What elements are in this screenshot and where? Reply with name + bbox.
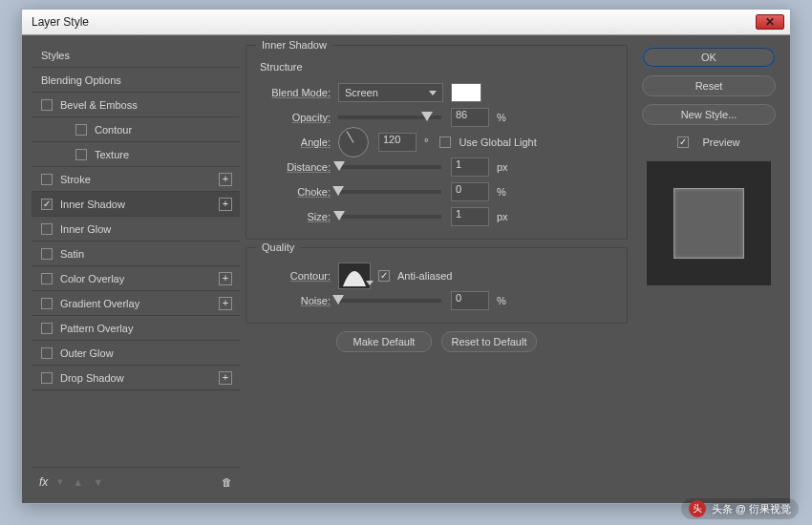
effect-checkbox[interactable]: [41, 199, 53, 210]
dialog-body: Styles Blending OptionsBevel & EmbossCon…: [22, 35, 790, 503]
effect-label: Pattern Overlay: [60, 323, 133, 334]
sidebar-item-bevel-emboss[interactable]: Bevel & Emboss: [32, 93, 240, 117]
reset-button[interactable]: Reset: [642, 75, 776, 96]
effect-label: Bevel & Emboss: [60, 99, 138, 111]
default-buttons-row: Make Default Reset to Default: [246, 331, 628, 352]
sidebar-item-texture[interactable]: Texture: [32, 142, 240, 167]
sidebar-item-inner-shadow[interactable]: Inner Shadow+: [32, 192, 240, 217]
slider-thumb-icon: [333, 211, 345, 220]
effect-checkbox[interactable]: [41, 273, 53, 284]
angle-hand-icon: [347, 131, 354, 143]
fx-menu-button[interactable]: fx: [39, 475, 48, 489]
effect-label: Satin: [60, 248, 84, 260]
sidebar-footer: fx ▾ ▲ ▼ 🗑: [32, 467, 240, 495]
opacity-unit: %: [497, 112, 506, 123]
opacity-slider[interactable]: [338, 116, 441, 119]
effects-list: Styles Blending OptionsBevel & EmbossCon…: [32, 43, 240, 390]
size-input[interactable]: 1: [451, 207, 489, 226]
add-instance-button[interactable]: +: [219, 173, 232, 186]
sidebar-item-inner-glow[interactable]: Inner Glow: [32, 217, 240, 242]
noise-slider[interactable]: [338, 299, 441, 303]
distance-slider[interactable]: [338, 165, 441, 169]
effect-checkbox[interactable]: [75, 149, 87, 160]
opacity-label: Opacity:: [260, 112, 338, 123]
effect-checkbox[interactable]: [75, 124, 87, 136]
preview-toggle-row: Preview: [677, 136, 739, 148]
sidebar-item-drop-shadow[interactable]: Drop Shadow+: [32, 366, 240, 390]
use-global-light-label: Use Global Light: [459, 136, 536, 148]
effect-label: Outer Glow: [60, 347, 114, 359]
noise-input[interactable]: 0: [451, 291, 489, 310]
size-unit: px: [497, 211, 508, 222]
sidebar-item-stroke[interactable]: Stroke+: [32, 167, 240, 192]
preview-checkbox[interactable]: [677, 136, 689, 148]
add-instance-button[interactable]: +: [219, 371, 232, 385]
effect-checkbox[interactable]: [41, 298, 53, 309]
ok-button[interactable]: OK: [642, 47, 776, 68]
sidebar-item-gradient-overlay[interactable]: Gradient Overlay+: [32, 291, 240, 316]
effect-label: Blending Options: [41, 74, 121, 86]
opacity-input[interactable]: 86: [451, 108, 489, 127]
title-bar: Layer Style ✕: [22, 10, 790, 35]
shadow-color-swatch[interactable]: [451, 83, 481, 102]
preview-label: Preview: [702, 136, 739, 148]
size-slider[interactable]: [338, 215, 441, 219]
effect-checkbox[interactable]: [41, 372, 53, 384]
distance-row: Distance: 1 px: [260, 155, 613, 179]
effect-checkbox[interactable]: [41, 99, 53, 111]
sidebar-item-blending-options[interactable]: Blending Options: [32, 68, 240, 93]
contour-label: Contour:: [260, 270, 338, 282]
move-up-icon[interactable]: ▲: [73, 476, 83, 488]
choke-input[interactable]: 0: [451, 182, 489, 201]
effect-checkbox[interactable]: [41, 248, 53, 260]
effect-label: Stroke: [60, 174, 91, 185]
add-instance-button[interactable]: +: [219, 198, 232, 211]
angle-unit: °: [424, 136, 428, 148]
sidebar-item-satin[interactable]: Satin: [32, 242, 240, 266]
contour-curve-icon: [341, 265, 368, 288]
sidebar-item-contour[interactable]: Contour: [32, 117, 240, 142]
blend-mode-select[interactable]: Screen: [338, 83, 443, 102]
sidebar-item-outer-glow[interactable]: Outer Glow: [32, 341, 240, 366]
sidebar-item-color-overlay[interactable]: Color Overlay+: [32, 266, 240, 291]
effect-label: Gradient Overlay: [60, 298, 139, 309]
chevron-down-icon: ▾: [57, 475, 63, 488]
size-label: Size:: [260, 211, 338, 222]
watermark-text: 头条 @ 衍果视觉: [712, 502, 791, 516]
choke-slider[interactable]: [338, 190, 441, 194]
angle-dial[interactable]: [338, 127, 369, 158]
add-instance-button[interactable]: +: [219, 297, 232, 310]
blend-mode-value: Screen: [345, 87, 378, 98]
trash-icon[interactable]: 🗑: [222, 476, 232, 488]
window-title: Layer Style: [32, 15, 89, 29]
distance-input[interactable]: 1: [451, 158, 489, 177]
antialiased-label: Anti-aliased: [397, 270, 452, 282]
antialiased-checkbox[interactable]: [378, 270, 390, 282]
effect-checkbox[interactable]: [41, 347, 53, 359]
contour-picker[interactable]: [338, 262, 371, 289]
noise-label: Noise:: [260, 295, 338, 306]
effect-checkbox[interactable]: [41, 223, 53, 235]
noise-unit: %: [497, 295, 506, 306]
sidebar-header[interactable]: Styles: [32, 43, 240, 68]
slider-thumb-icon: [332, 295, 344, 304]
effect-checkbox[interactable]: [41, 174, 53, 185]
close-button[interactable]: ✕: [756, 14, 784, 30]
add-instance-button[interactable]: +: [219, 272, 232, 285]
opacity-row: Opacity: 86 %: [260, 105, 613, 130]
reset-default-button[interactable]: Reset to Default: [441, 331, 537, 352]
settings-panel: Inner Shadow Structure Blend Mode: Scree…: [240, 35, 633, 503]
slider-thumb-icon: [332, 186, 344, 196]
sidebar-item-pattern-overlay[interactable]: Pattern Overlay: [32, 316, 240, 341]
make-default-button[interactable]: Make Default: [336, 331, 432, 352]
angle-input[interactable]: 120: [378, 133, 417, 152]
watermark: 头 头条 @ 衍果视觉: [681, 498, 799, 519]
action-column: OK Reset New Style... Preview: [633, 35, 790, 503]
effect-checkbox[interactable]: [41, 323, 53, 334]
new-style-button[interactable]: New Style...: [642, 104, 776, 125]
move-down-icon[interactable]: ▼: [93, 476, 103, 488]
preview-box: [647, 161, 771, 285]
blend-mode-label: Blend Mode:: [260, 87, 338, 98]
effect-label: Drop Shadow: [60, 372, 124, 384]
use-global-light-checkbox[interactable]: [439, 136, 451, 148]
